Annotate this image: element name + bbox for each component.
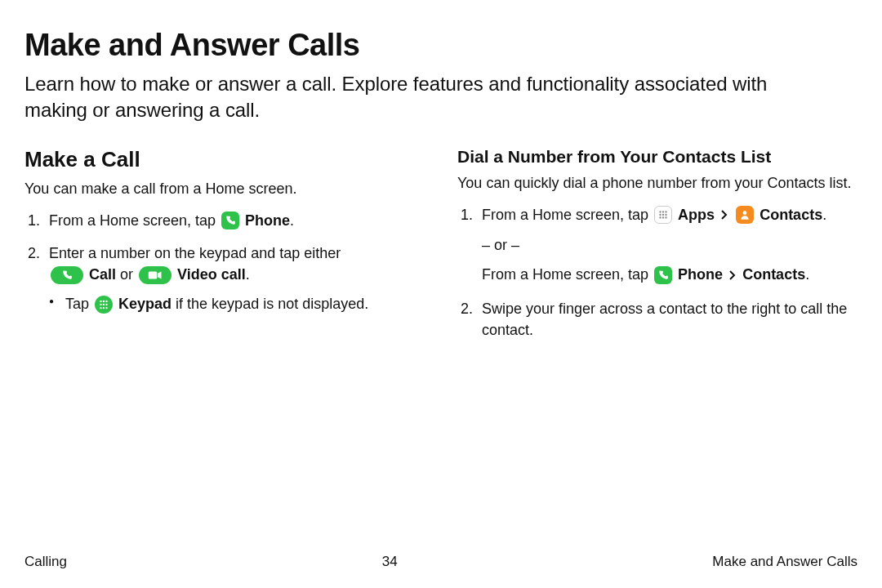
step-text-pre: From a Home screen, tap xyxy=(482,207,653,223)
content-columns: Make a Call You can make a call from a H… xyxy=(24,147,858,352)
keypad-icon xyxy=(95,296,113,314)
make-a-call-intro: You can make a call from a Home screen. xyxy=(24,179,425,198)
call-icon xyxy=(51,266,83,284)
footer-section: Calling xyxy=(24,554,67,570)
left-column: Make a Call You can make a call from a H… xyxy=(24,147,425,352)
phone-icon xyxy=(654,266,672,284)
contacts-label: Contacts xyxy=(742,266,805,283)
page-intro: Learn how to make or answer a call. Expl… xyxy=(24,71,825,124)
page-title: Make and Answer Calls xyxy=(24,28,858,63)
step-text-post: . xyxy=(290,212,294,229)
contacts-label: Contacts xyxy=(760,207,822,223)
sub-bullets: Tap Keypad if the keypad is not displaye xyxy=(49,293,425,314)
step-text: Swipe your finger across a contact to th… xyxy=(482,301,847,338)
svg-point-2 xyxy=(103,300,105,301)
bullet-keypad: Tap Keypad if the keypad is not displaye xyxy=(49,293,425,314)
chevron-right-icon xyxy=(721,204,728,225)
phone-icon xyxy=(221,212,239,229)
dial-contacts-intro: You can quickly dial a phone number from… xyxy=(457,173,858,193)
svg-point-8 xyxy=(103,307,105,309)
make-a-call-steps: 1. From a Home screen, tap Phone. 2. Ent… xyxy=(24,210,425,314)
step-text-line: Enter a number on the keypad and tap eit… xyxy=(49,245,341,261)
contacts-icon xyxy=(736,206,754,224)
svg-point-15 xyxy=(665,214,666,216)
chevron-right-icon xyxy=(729,265,736,286)
apps-label: Apps xyxy=(678,207,715,223)
step-number: 1. xyxy=(28,210,40,231)
period: . xyxy=(805,266,809,283)
svg-point-5 xyxy=(103,303,105,305)
dial-contacts-steps: 1. From a Home screen, tap Apps xyxy=(457,204,858,341)
svg-point-10 xyxy=(659,212,661,213)
video-call-label: Video call xyxy=(177,266,246,283)
step-2: 2. Enter a number on the keypad and tap … xyxy=(24,243,425,314)
make-a-call-heading: Make a Call xyxy=(24,147,425,172)
svg-point-1 xyxy=(100,300,101,301)
step-text-pre: From a Home screen, tap xyxy=(49,212,220,229)
phone-label: Phone xyxy=(678,266,723,283)
svg-point-11 xyxy=(662,212,664,213)
svg-point-7 xyxy=(100,307,101,309)
video-call-icon xyxy=(139,266,172,284)
svg-point-13 xyxy=(659,214,661,216)
or-separator: – or – xyxy=(482,234,858,256)
page-footer: Calling 34 Make and Answer Calls xyxy=(24,554,858,570)
svg-point-12 xyxy=(665,212,666,213)
bullet-post: if the keypad is not displayed. xyxy=(172,296,368,312)
svg-point-9 xyxy=(105,307,107,309)
step-number: 2. xyxy=(461,298,473,319)
alt-pre: From a Home screen, tap xyxy=(482,266,653,283)
footer-page-number: 34 xyxy=(382,554,398,570)
step-1: 1. From a Home screen, tap Phone. xyxy=(24,210,425,231)
step-2: 2. Swipe your finger across a contact to… xyxy=(457,298,858,341)
svg-point-6 xyxy=(105,303,107,305)
svg-rect-0 xyxy=(149,271,158,278)
dial-contacts-heading: Dial a Number from Your Contacts List xyxy=(457,147,858,167)
step-number: 2. xyxy=(28,243,40,264)
apps-icon xyxy=(654,206,672,224)
bullet-pre: Tap xyxy=(65,296,93,312)
step-1: 1. From a Home screen, tap Apps xyxy=(457,204,858,287)
step-number: 1. xyxy=(461,204,473,225)
svg-point-18 xyxy=(665,217,666,219)
or-text: or xyxy=(116,266,137,283)
period: . xyxy=(822,207,826,223)
svg-point-19 xyxy=(743,212,747,216)
svg-point-17 xyxy=(662,217,664,219)
phone-label: Phone xyxy=(245,212,290,229)
svg-point-16 xyxy=(659,217,661,219)
call-label: Call xyxy=(89,266,116,283)
svg-point-4 xyxy=(100,303,101,305)
svg-point-3 xyxy=(105,300,107,301)
alt-path: From a Home screen, tap Phone Contacts. xyxy=(482,264,858,286)
keypad-label: Keypad xyxy=(118,296,172,312)
period: . xyxy=(246,266,250,283)
footer-topic: Make and Answer Calls xyxy=(712,554,858,570)
svg-point-14 xyxy=(662,214,664,216)
right-column: Dial a Number from Your Contacts List Yo… xyxy=(457,147,858,352)
